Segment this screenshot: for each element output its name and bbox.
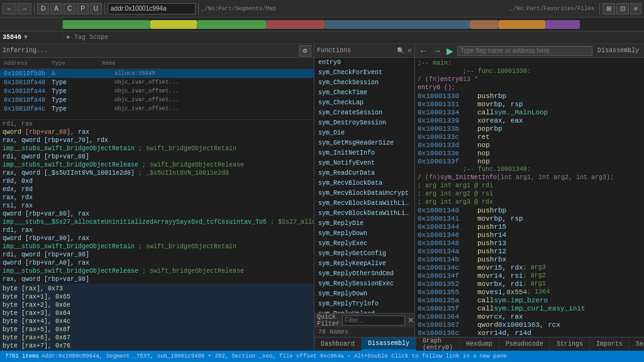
- nav-fwd-btn[interactable]: →: [431, 47, 443, 55]
- timeline-bar-2: [150, 20, 197, 29]
- icon-btn2[interactable]: ⊡: [616, 3, 629, 14]
- nav-back-btn[interactable]: ←: [418, 47, 429, 55]
- addr-counter: 35846 ▼: [0, 34, 63, 41]
- tab-pseudocode[interactable]: Pseudocode: [499, 337, 550, 351]
- list-item[interactable]: sym_CheckForEvent: [314, 68, 414, 78]
- list-item[interactable]: sym_ReplyKeepAlive: [314, 259, 414, 269]
- byte-line: byte [rax+5], 0x6f: [3, 326, 311, 334]
- sep4: [599, 3, 600, 14]
- code-line: 0x1000134f mov r14, rsi ; arg2: [415, 272, 644, 280]
- byte-line: byte [rax+6], 0x67: [3, 334, 311, 342]
- fwd-btn[interactable]: →: [18, 3, 31, 14]
- col-name: Name: [102, 60, 313, 67]
- timeline-bar-3: [197, 20, 267, 29]
- list-item[interactable]: sym_ReplyOtherSndCmd: [314, 269, 414, 279]
- byte-line: byte [rax+4], 0x4c: [3, 317, 311, 326]
- functions-search-btn[interactable]: 🔍: [397, 47, 404, 54]
- table-row[interactable]: 0x10010fa48 Type objc_ivar_offset...: [0, 96, 314, 104]
- functions-close-btn[interactable]: ✕: [407, 47, 412, 54]
- btn-d[interactable]: D: [37, 3, 49, 14]
- addr-rows: 0x10010fb0b A alloca:35848 0x10010fa40 T…: [0, 69, 314, 119]
- code-line: 0x1000135f call sym.imp_curl_easy_init: [415, 304, 644, 312]
- quick-filter-input[interactable]: [342, 315, 405, 326]
- byte-line: byte [rax], 0x73: [3, 285, 311, 293]
- code-line: 0x1000134b push rbx: [415, 255, 644, 263]
- status-text: 7781 items: [5, 353, 39, 359]
- icon-btn3[interactable]: ≡: [630, 3, 641, 14]
- list-item[interactable]: sym_InitNetInfo: [314, 148, 414, 158]
- tab-search[interactable]: Search: [630, 337, 644, 351]
- tag-scope: ► Tag Scope: [63, 34, 644, 41]
- btn-c[interactable]: C: [64, 3, 75, 14]
- byte-line: byte [rax+2], 0x6e: [3, 301, 311, 309]
- list-item[interactable]: sym_ReplyGetConfig: [314, 249, 414, 259]
- quick-filter: Quick Filter ✕: [314, 313, 414, 327]
- tab-imports[interactable]: Imports: [590, 337, 630, 351]
- btn-p[interactable]: P: [77, 3, 89, 14]
- list-item[interactable]: sym_RecvBlockDataUncrypt: [314, 189, 414, 199]
- left-panel-header: Inferring... ⚙: [0, 44, 314, 58]
- timeline-bar-6: [470, 20, 499, 29]
- list-item[interactable]: sym_ReplyDown: [314, 289, 414, 299]
- filter-close[interactable]: ✕: [408, 315, 414, 325]
- table-row[interactable]: 0x10010fa44 Type objc_ivar_offset...: [0, 87, 314, 96]
- code-line: 0x10001331 mov rbp, rsp: [415, 100, 644, 108]
- sep2: [104, 3, 105, 14]
- list-item[interactable]: sym_GetMsgHeaderSize: [314, 138, 414, 148]
- code-line: imp__stubs_swift_bridgeObjectRelease ; s…: [0, 267, 314, 275]
- code-line: 0x1000135a call sym.imp_bzero: [415, 296, 644, 304]
- tab-disassembly[interactable]: Disassembly: [362, 337, 416, 351]
- tab-hexdump[interactable]: Hexdump: [460, 337, 499, 351]
- list-item[interactable]: sym_Die: [314, 128, 414, 138]
- code-line: imp__stubs_swift_bridgeObjectRelease ; s…: [0, 161, 314, 169]
- code-line: 0x1000133d nop: [415, 141, 644, 149]
- code-line: rax, qword [rbp+var_90]: [0, 275, 314, 283]
- list-item[interactable]: sym_DestroySession: [314, 118, 414, 128]
- disasm-addr-input[interactable]: [457, 46, 592, 56]
- list-item[interactable]: sym_RecvBlockDataWithLimi: [314, 209, 414, 219]
- addr-row: 35846 ▼ ► Tag Scope: [0, 31, 644, 44]
- tab-graph[interactable]: Graph (entry0): [416, 337, 460, 351]
- code-line: ; arg int arg2 @ rsi: [415, 190, 644, 198]
- left-panel-title: Inferring...: [3, 47, 48, 54]
- list-item[interactable]: sym_ReplySessionExec: [314, 279, 414, 289]
- list-item[interactable]: sym_CreateSession: [314, 108, 414, 118]
- code-line: ; arg int arg1 @ rdi: [415, 182, 644, 190]
- code-line: rax, qword [rbp+var_70], rdx: [0, 136, 314, 145]
- left-panel-settings[interactable]: ⚙: [299, 45, 311, 57]
- status-bar: 7781 items Addr:0x1000c0964a, Segment _T…: [0, 351, 644, 362]
- disasm-code-area[interactable]: ;-- main: ;-- func.10001330: / (fn) entr…: [415, 58, 644, 337]
- code-scroll[interactable]: rdi, rax qword [rbp+var_68], rax rax, qw…: [0, 119, 314, 351]
- code-line: 0x10001330 push rbp: [415, 92, 644, 100]
- list-item[interactable]: sym_CheckTime: [314, 88, 414, 98]
- list-item[interactable]: sym_ReplyExec: [314, 239, 414, 249]
- list-item[interactable]: sym_ReplyDown: [314, 229, 414, 239]
- back-btn[interactable]: ←: [3, 3, 16, 14]
- address-input[interactable]: [108, 3, 196, 14]
- btn-a[interactable]: A: [50, 3, 62, 14]
- list-item[interactable]: sym_ReplyTrylnfo: [314, 299, 414, 309]
- timeline-bar-4: [266, 20, 324, 29]
- play-btn[interactable]: ▶: [445, 46, 455, 56]
- list-item[interactable]: sym_CheckLap: [314, 98, 414, 108]
- btn-u[interactable]: U: [90, 3, 102, 14]
- table-row[interactable]: 0x10010fb0b A alloca:35848: [0, 69, 314, 78]
- list-item[interactable]: sym_ReplyDie: [314, 219, 414, 229]
- sep3: [198, 3, 199, 14]
- code-line: rdi, qword [rbp+var_90]: [0, 251, 314, 259]
- tab-dashboard[interactable]: Dashboard: [314, 337, 362, 351]
- code-line: 0x10001348 push r13: [415, 239, 644, 247]
- icon-btn1[interactable]: ⊞: [602, 3, 615, 14]
- list-item[interactable]: sym_NotifyEvent: [314, 158, 414, 168]
- tab-strings[interactable]: Strings: [550, 337, 590, 351]
- list-item[interactable]: sym_RecvBlockDataWithLimi: [314, 199, 414, 209]
- list-item[interactable]: sym_ReadCurData: [314, 168, 414, 178]
- table-row[interactable]: 0x10010fa40 Type objc_ivar_offset...: [0, 78, 314, 87]
- list-item[interactable]: entry0: [314, 58, 414, 68]
- list-item[interactable]: sym_RecvBlockData: [314, 178, 414, 189]
- list-item[interactable]: sym_CheckSession: [314, 78, 414, 88]
- functions-title: Functions: [317, 47, 351, 54]
- table-row[interactable]: 0x10010fa4c Type objc_ivar_offset...: [0, 104, 314, 113]
- code-line: qword [rbp+var_80], rax: [0, 210, 314, 218]
- code-line: ; arg int arg3 @ rdx: [415, 198, 644, 206]
